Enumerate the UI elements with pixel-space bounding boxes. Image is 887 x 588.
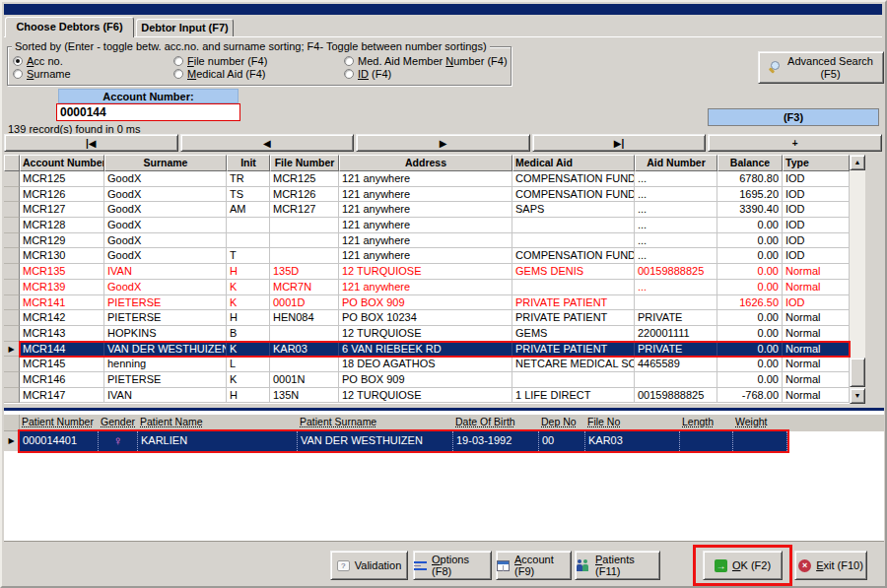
cell-balance[interactable]: 0.00	[717, 233, 783, 249]
table-row[interactable]: MCR146PIETERSEK 0001NPO BOX 9090.00Norma…	[4, 372, 850, 388]
radio-id[interactable]: ID (F4)	[344, 68, 391, 80]
cell-type[interactable]: IOD	[783, 202, 850, 218]
cell-address[interactable]: 121 anywhere	[339, 280, 512, 295]
patients-button[interactable]: Patients (F11)	[575, 551, 660, 580]
cell-init[interactable]: L	[227, 357, 270, 372]
cell-medical-aid[interactable]	[512, 372, 635, 388]
cell-balance[interactable]: 0.00	[717, 248, 783, 264]
cell-address[interactable]: PO BOX 909	[339, 372, 512, 388]
cell-aid-number[interactable]: 00159888825	[635, 388, 717, 404]
cell-account-number[interactable]: MCR130	[20, 248, 104, 264]
cell-medical-aid[interactable]	[512, 280, 635, 295]
table-row[interactable]: MCR128GoodX121 anywhere...0.00IOD	[4, 218, 850, 233]
cell-surname[interactable]: PIETERSE	[104, 310, 227, 326]
cell-balance[interactable]: 0.00	[717, 264, 783, 280]
cell-address[interactable]: 121 anywhere	[339, 218, 512, 233]
cell-file-no[interactable]: KAR03	[585, 431, 680, 451]
cell-aid-number[interactable]: ...	[635, 218, 717, 233]
scroll-up-icon[interactable]: ▲	[850, 155, 865, 170]
nav-first-button[interactable]: |◀	[4, 134, 178, 152]
cell-aid-number[interactable]	[635, 295, 717, 311]
column-header-length[interactable]: Length	[680, 415, 733, 431]
nav-last-button[interactable]: ▶|	[532, 134, 707, 152]
cell-medical-aid[interactable]: COMPENSATION FUND	[512, 248, 635, 264]
cell-file-number[interactable]: 135D	[270, 264, 339, 280]
cell-type[interactable]: IOD	[783, 295, 850, 311]
cell-account-number[interactable]: MCR144	[20, 342, 104, 358]
cell-file-number[interactable]	[270, 233, 339, 249]
cell-file-number[interactable]: KAR03	[270, 342, 339, 358]
cell-file-number[interactable]	[270, 326, 339, 342]
cell-init[interactable]: TS	[227, 187, 270, 203]
cell-patient-number[interactable]: 000014401	[20, 431, 99, 451]
female-gender-icon[interactable]: ♀	[99, 431, 138, 451]
cell-address[interactable]: 121 anywhere	[339, 202, 512, 218]
cell-surname[interactable]: PIETERSE	[104, 295, 227, 311]
cell-account-number[interactable]: MCR143	[20, 326, 104, 342]
cell-aid-number[interactable]	[635, 372, 717, 388]
cell-account-number[interactable]: MCR125	[20, 171, 104, 187]
scrollbar-track[interactable]	[850, 170, 865, 388]
column-header-patient-number[interactable]: Patient Number	[20, 415, 99, 431]
cell-weight[interactable]	[733, 431, 787, 451]
cell-dep-no[interactable]: 00	[539, 431, 585, 451]
cell-aid-number[interactable]: 4465589	[635, 357, 717, 372]
cell-patient-name[interactable]: KARLIEN	[138, 431, 298, 451]
cell-medical-aid[interactable]: PRIVATE PATIENT	[512, 342, 635, 358]
cell-surname[interactable]: henning	[104, 357, 227, 372]
cell-balance[interactable]: 1695.20	[717, 187, 783, 203]
cell-aid-number[interactable]: ...	[635, 202, 717, 218]
cell-account-number[interactable]: MCR126	[20, 187, 104, 203]
cell-surname[interactable]: VAN DER WESTHUIZEN	[104, 342, 227, 358]
table-row[interactable]: MCR135IVANH135D12 TURQUIOSEGEMS DENIS001…	[4, 264, 850, 280]
cell-balance[interactable]: 0.00	[717, 326, 783, 342]
cell-medical-aid[interactable]: COMPENSATION FUND	[512, 187, 635, 203]
cell-init[interactable]: K	[227, 295, 270, 311]
account-number-input[interactable]	[56, 103, 240, 121]
cell-init[interactable]: H	[227, 388, 270, 404]
scrollbar-thumb[interactable]	[850, 358, 865, 387]
cell-account-number[interactable]: MCR147	[20, 388, 104, 404]
cell-file-number[interactable]: MCR7N	[270, 280, 339, 295]
table-row[interactable]: MCR141PIETERSEK 0001DPO BOX 909PRIVATE P…	[4, 295, 850, 311]
cell-file-number[interactable]: MCR126	[270, 187, 339, 203]
tab-choose-debtors[interactable]: Choose Debtors (F6)	[5, 17, 134, 37]
cell-surname[interactable]: GoodX	[104, 187, 227, 203]
cell-medical-aid[interactable]	[512, 218, 635, 233]
column-header-surname[interactable]: Surname	[104, 155, 227, 171]
cell-address[interactable]: PO BOX 909	[339, 295, 512, 311]
cell-account-number[interactable]: MCR135	[20, 264, 104, 280]
cell-type[interactable]: Normal	[783, 372, 850, 388]
options-button[interactable]: Options (F8)	[413, 551, 492, 580]
column-header-balance[interactable]: Balance	[717, 155, 783, 171]
column-header-patient-name[interactable]: Patient Name	[138, 415, 298, 431]
cell-surname[interactable]: GoodX	[104, 233, 227, 249]
cell-aid-number[interactable]: ...	[635, 187, 717, 203]
cell-surname[interactable]: IVAN	[104, 388, 227, 404]
cell-file-number[interactable]: 0001N	[270, 372, 339, 388]
table-row[interactable]: MCR126GoodXTSMCR126121 anywhereCOMPENSAT…	[4, 187, 850, 203]
cell-type[interactable]: IOD	[783, 171, 850, 187]
cell-type[interactable]: Normal	[783, 264, 850, 280]
column-header-type[interactable]: Type	[783, 155, 850, 171]
table-row[interactable]: MCR142PIETERSEHHEN084PO BOX 10234PRIVATE…	[4, 310, 850, 326]
cell-surname[interactable]: IVAN	[104, 264, 227, 280]
cell-address[interactable]: 18 DEO AGATHOS	[339, 357, 512, 372]
cell-aid-number[interactable]: ...	[635, 248, 717, 264]
cell-type[interactable]: IOD	[783, 187, 850, 203]
table-row[interactable]: MCR130GoodXT121 anywhereCOMPENSATION FUN…	[4, 248, 850, 264]
cell-address[interactable]: 6 VAN RIEBEEK RD	[339, 342, 512, 358]
account-button[interactable]: Account (F9)	[496, 551, 572, 580]
cell-date-of-birth[interactable]: 19-03-1992	[453, 431, 539, 451]
cell-type[interactable]: Normal	[783, 280, 850, 295]
cell-aid-number[interactable]: PRIVATE	[635, 310, 717, 326]
cell-aid-number[interactable]: 220001111	[635, 326, 717, 342]
table-row[interactable]: MCR125GoodXTRMCR125121 anywhereCOMPENSAT…	[4, 171, 850, 187]
nav-previous-button[interactable]: ◀	[180, 134, 355, 152]
radio-med-aid-member-number[interactable]: Med. Aid Member Number (F4)	[344, 55, 508, 67]
cell-file-number[interactable]: 0001D	[270, 295, 339, 311]
cell-account-number[interactable]: MCR141	[20, 295, 104, 311]
cell-type[interactable]: Normal	[783, 342, 850, 358]
cell-init[interactable]	[227, 218, 270, 233]
cell-file-number[interactable]: MCR125	[270, 171, 339, 187]
